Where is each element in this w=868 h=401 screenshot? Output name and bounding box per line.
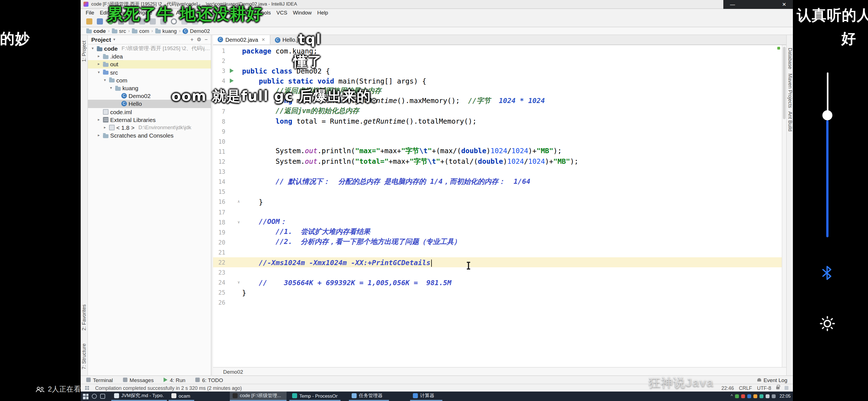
code-line-26[interactable]: 26 (213, 298, 782, 308)
taskbar-app-item[interactable]: 任务管理器 (349, 392, 389, 401)
tool-button-terminal[interactable]: Terminal (86, 377, 113, 383)
code-line-24[interactable]: 24∨ // 305664K + 699392K = 1,005,056K = … (213, 277, 782, 287)
tree-item-src[interactable]: ▾src (88, 68, 211, 76)
tool-stripe-button-database[interactable]: Database (787, 48, 793, 69)
code-line-18[interactable]: 18∨ //OOM： (213, 217, 782, 227)
tree-item-scratches-and-consoles[interactable]: ▸Scratches and Consoles (88, 132, 211, 139)
tree-expand-icon[interactable]: ▾ (90, 46, 95, 51)
tray-icon-5[interactable] (760, 394, 764, 398)
taskbar-app-temp-processon[interactable]: Temp - ProcessOn ... (289, 392, 341, 401)
tree-item-idea[interactable]: ▸.idea (88, 52, 211, 60)
tree-expand-icon[interactable]: ▸ (96, 133, 101, 138)
tool-stripe-button-1-project[interactable]: 1: Project (81, 41, 87, 62)
code-line-16[interactable]: 16∧ } (213, 197, 782, 207)
brightness-slider-knob[interactable] (823, 110, 832, 120)
close-icon[interactable]: ✕ (782, 2, 786, 7)
hide-panel-icon[interactable]: − (205, 37, 208, 42)
tool-button-messages[interactable]: Messages (123, 377, 154, 383)
tray-icon-1[interactable] (735, 394, 739, 398)
brightness-slider-track[interactable] (827, 73, 829, 111)
breadcrumb-item-com[interactable]: com (132, 28, 149, 34)
menu-help[interactable]: Help (314, 9, 331, 16)
tray-icon-2[interactable] (741, 394, 745, 398)
breadcrumb-item-kuang[interactable]: kuang (155, 28, 177, 34)
tool-stripe-button-maven-projects[interactable]: Maven Projects (787, 74, 793, 108)
tree-expand-icon[interactable]: ▾ (96, 70, 101, 74)
taskbar-app-ocam[interactable]: ocam (168, 392, 194, 401)
code-line-7[interactable]: 7 //返回jvm的初始化总内存 (213, 106, 782, 116)
tree-item-1-8[interactable]: ▸< 1.8 >D:\Environment\jdk\jdk (88, 124, 211, 132)
memory-indicator-icon[interactable] (784, 386, 788, 390)
gutter[interactable] (227, 79, 235, 83)
settings-gear-icon[interactable] (819, 315, 836, 334)
scrollbar-thumb[interactable] (783, 47, 786, 119)
code-line-12[interactable]: 12 System.out.println("total="+max+"字节\t… (213, 156, 782, 167)
menu-window[interactable]: Window (290, 9, 315, 16)
gutter[interactable] (227, 68, 235, 73)
breadcrumb-item-code[interactable]: code (86, 28, 106, 34)
code-line-13[interactable]: 13 (213, 167, 782, 176)
close-tab-icon[interactable]: ✕ (261, 37, 265, 42)
tree-expand-icon[interactable]: ▸ (96, 117, 101, 122)
tray-icon-4[interactable] (753, 394, 757, 398)
open-icon[interactable] (86, 18, 92, 25)
code-line-19[interactable]: 19 //1. 尝试扩大堆内存看结果 (213, 227, 782, 237)
tab-demo02-java[interactable]: Demo02.java✕ (213, 35, 270, 45)
fold-marker-icon[interactable]: ∧ (235, 200, 242, 204)
taskbar-app-jvm-md-typo[interactable]: JVM探究.md - Typo... (111, 392, 167, 401)
expand-all-icon[interactable]: + (191, 37, 194, 42)
brightness-slider-fill[interactable] (826, 120, 829, 237)
taskbar-app-item[interactable]: 计算器 (410, 392, 442, 401)
editor-scrollbar[interactable] (782, 45, 786, 367)
run-icon[interactable] (229, 68, 234, 73)
status-crlf[interactable]: CRLF (739, 385, 752, 391)
tool-stripe-button-ant-build[interactable]: Ant Build (787, 111, 793, 132)
tray-icon-6[interactable] (766, 394, 770, 398)
lock-icon[interactable] (776, 386, 779, 389)
code-line-15[interactable]: 15 (213, 187, 782, 197)
minimize-icon[interactable]: — (730, 2, 735, 7)
breadcrumb-item-demo02[interactable]: Demo02 (183, 28, 210, 34)
menu-file[interactable]: File (83, 9, 97, 16)
code-line-21[interactable]: 21 (213, 247, 782, 257)
tray-icon-3[interactable] (747, 394, 751, 398)
tree-expand-icon[interactable]: ▸ (96, 62, 101, 66)
tree-item-external-libraries[interactable]: ▸External Libraries (88, 116, 211, 123)
code-line-11[interactable]: 11 System.out.println("max="+max+"字节\t"+… (213, 146, 782, 156)
code-line-17[interactable]: 17 (213, 207, 782, 217)
task-view-icon[interactable] (100, 394, 105, 399)
search-icon[interactable] (92, 394, 97, 399)
tree-item-code[interactable]: ▾codeF:\班级管理·西开 [19525] \2、代码\jvm\code (88, 45, 211, 52)
menu-vcs[interactable]: VCS (274, 9, 290, 16)
tool-button-4-run[interactable]: 4: Run (163, 377, 185, 383)
code-line-8[interactable]: 8 long total = Runtime.getRuntime().tota… (213, 116, 782, 126)
tray-chevron-icon[interactable]: ^ (731, 394, 733, 399)
code-line-4[interactable]: 4 public static void main(String[] args)… (213, 76, 782, 86)
tool-button-6-todo[interactable]: 6: TODO (195, 377, 223, 383)
toolwindow-toggle-icon[interactable] (85, 386, 90, 390)
code-line-25[interactable]: 25} (213, 288, 782, 298)
tree-expand-icon[interactable]: ▸ (102, 125, 107, 130)
status-utf-8[interactable]: UTF-8 (757, 385, 771, 391)
tray-icon-7[interactable] (772, 394, 776, 398)
fold-marker-icon[interactable]: ∨ (235, 280, 242, 285)
code-line-20[interactable]: 20 //2. 分析内存，看一下那个地方出现了问题（专业工具） (213, 237, 782, 247)
bluetooth-icon[interactable] (821, 265, 834, 283)
tree-item-code-iml[interactable]: code.iml (88, 108, 211, 116)
settings-gear-icon[interactable]: ⚙ (197, 37, 201, 42)
run-icon[interactable] (229, 79, 234, 83)
project-panel-header[interactable]: Project ▾ + ⚙ − (88, 35, 211, 45)
editor-breadcrumb[interactable]: Demo02 (213, 367, 786, 375)
status-22-46[interactable]: 22:46 (721, 385, 734, 391)
breadcrumb-item-src[interactable]: src (112, 28, 126, 34)
code-line-9[interactable]: 9 (213, 126, 782, 137)
event-log-button[interactable]: Event Log (757, 377, 787, 383)
save-all-icon[interactable] (97, 18, 103, 25)
tool-stripe-button-2-favorites[interactable]: 2: Favorites (81, 304, 87, 331)
code-line-10[interactable]: 10 (213, 137, 782, 146)
code-line-22[interactable]: 22 //-Xms1024m -Xmx1024m -XX:+PrintGCDet… (213, 257, 782, 267)
tree-expand-icon[interactable]: ▾ (102, 78, 107, 82)
start-button-icon[interactable] (83, 394, 89, 399)
tree-item-com[interactable]: ▾com (88, 76, 211, 84)
video-player[interactable]: code [F:\班级管理·西开 [19525] \2、代码\jvm\code]… (81, 0, 793, 401)
